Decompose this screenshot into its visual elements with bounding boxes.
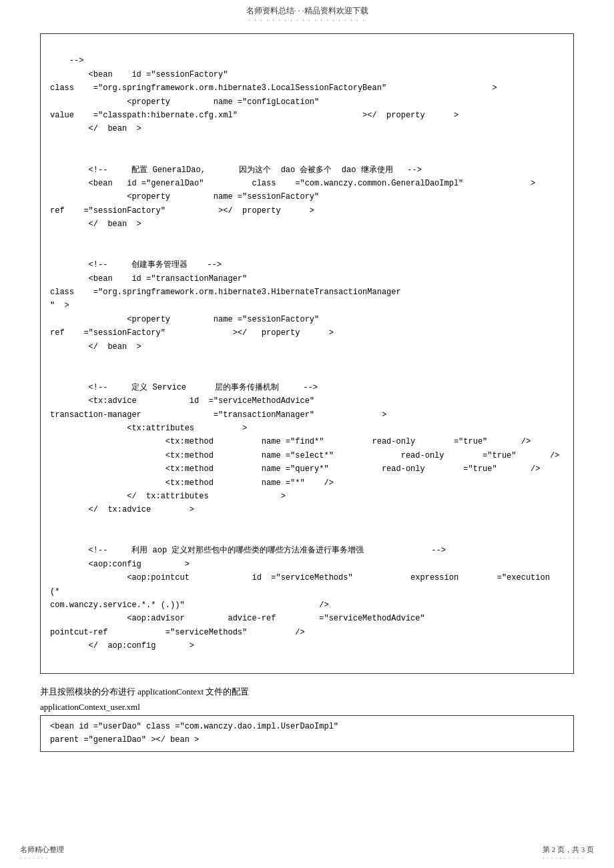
- footer-left-dots: · · · · · · ·: [20, 855, 64, 861]
- header-dots: · · · · · · · · · · · · · · · · · · · ·: [0, 17, 614, 24]
- code-content: --> <bean id ="sessionFactory" class ="o…: [50, 56, 559, 650]
- main-code-block: --> <bean id ="sessionFactory" class ="o…: [40, 33, 574, 674]
- main-content: --> <bean id ="sessionFactory" class ="o…: [0, 27, 614, 765]
- filename-label: applicationContext_user.xml: [40, 702, 574, 713]
- header-title: 名师资料总结· · ·精品资料欢迎下载: [0, 5, 614, 17]
- code-line-1: <bean id ="userDao" class ="com.wanczy.d…: [50, 720, 564, 733]
- page-header: 名师资料总结· · ·精品资料欢迎下载 · · · · · · · · · · …: [0, 0, 614, 27]
- small-code-block: <bean id ="userDao" class ="com.wanczy.d…: [40, 715, 574, 752]
- footer-right-dots: · · · · · · · · · ·: [543, 855, 594, 861]
- code-line-2: parent ="generalDao" ></ bean >: [50, 733, 564, 747]
- footer-left: 名师精心整理 · · · · · · ·: [20, 845, 64, 861]
- page-footer: 名师精心整理 · · · · · · · 第 2 页，共 3 页 · · · ·…: [0, 845, 614, 861]
- footer-right: 第 2 页，共 3 页 · · · · · · · · · ·: [543, 845, 594, 861]
- footer-left-label: 名师精心整理: [20, 845, 64, 853]
- footer-right-label: 第 2 页，共 3 页: [543, 845, 594, 853]
- description-text: 并且按照模块的分布进行 applicationContext 文件的配置: [40, 686, 574, 698]
